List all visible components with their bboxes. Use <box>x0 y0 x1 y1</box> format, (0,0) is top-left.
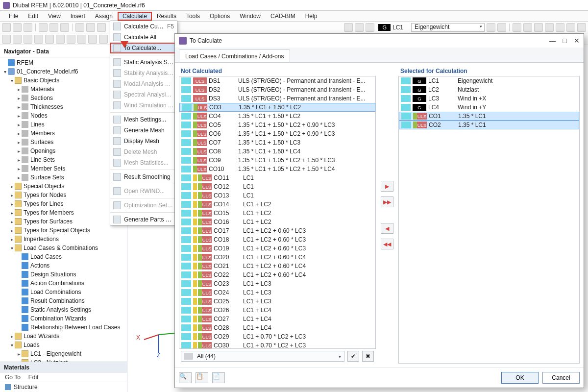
list-item[interactable]: ULSCO30LC1 + 0.70 * LC2 + LC3 <box>179 341 375 349</box>
list-item[interactable]: GLC4Wind in +Y <box>399 103 579 112</box>
tree-item[interactable]: ▸Types for Surfaces <box>2 217 125 226</box>
tree-item[interactable]: ▸Imperfections <box>2 235 125 244</box>
list-item[interactable]: ULSCO14LC1 + LC2 <box>179 200 375 209</box>
tb-save-icon[interactable] <box>24 23 32 32</box>
tree-item[interactable]: ▸Lines <box>2 120 125 129</box>
tb-draw-icon[interactable] <box>24 35 32 44</box>
select-all-icon[interactable]: ✔ <box>347 351 359 362</box>
copy-icon[interactable]: 📋 <box>196 372 208 383</box>
list-item[interactable]: ULSCO81.35 * LC1 + 1.50 * LC4 <box>179 147 375 156</box>
tb-prev-icon[interactable] <box>487 23 495 32</box>
tb-generic-icon[interactable] <box>86 23 95 32</box>
calc-menu-item[interactable]: Generate Parts List <box>110 214 177 225</box>
materials-goto[interactable]: Go To <box>5 374 21 381</box>
list-item[interactable]: ULSCO19LC1 + LC2 + 0.60 * LC3 <box>179 244 375 253</box>
tree-item[interactable]: ▸Members <box>2 129 125 138</box>
move-left-button[interactable]: ◀ <box>381 223 393 234</box>
menu-edit[interactable]: Edit <box>23 12 43 21</box>
menu-file[interactable]: File <box>4 12 23 21</box>
tb-draw-icon[interactable] <box>34 35 43 44</box>
tree-item[interactable]: Load Combinations <box>2 288 125 296</box>
not-calculated-list[interactable]: ULSDS1ULS (STR/GEO) - Permanent and tran… <box>179 76 376 349</box>
tree-item[interactable]: ▸Member Sets <box>2 164 125 173</box>
list-item[interactable]: ULSCO91.35 * LC1 + 1.05 * LC2 + 1.50 * L… <box>179 156 375 165</box>
tree-item[interactable]: Relationship Between Load Cases <box>2 323 125 332</box>
calc-menu-item[interactable]: Mesh Settings... <box>110 114 177 125</box>
tree-lcc[interactable]: ▾Load Cases & Combinations <box>2 244 125 252</box>
list-item[interactable]: ULSCO11LC1 <box>179 173 375 182</box>
tb-generic-icon[interactable] <box>75 23 84 32</box>
tree-item[interactable]: ▸Types for Lines <box>2 199 125 208</box>
list-item[interactable]: ULSCO31.35 * LC1 + 1.50 * LC2 <box>179 103 375 112</box>
tree-item[interactable]: Actions <box>2 261 125 270</box>
tb-result-icon[interactable] <box>545 23 554 32</box>
list-item[interactable]: ULSCO11.35 * LC1 <box>399 112 579 121</box>
tree-item[interactable]: ▸Thicknesses <box>2 102 125 111</box>
list-item[interactable]: ULSDS1ULS (STR/GEO) - Permanent and tran… <box>179 76 375 85</box>
ok-button[interactable]: OK <box>501 372 539 384</box>
filter-combo[interactable]: All (44) <box>181 351 344 362</box>
tree-item[interactable]: ▸Openings <box>2 147 125 155</box>
menu-results[interactable]: Results <box>152 12 181 21</box>
list-item[interactable]: ULSCO25LC1 + LC3 <box>179 297 375 306</box>
tb-draw-icon[interactable] <box>99 35 108 44</box>
tree-item[interactable]: ▸Types for Nodes <box>2 191 125 199</box>
tb-draw-icon[interactable] <box>45 35 54 44</box>
tree-item[interactable]: ▸Surfaces <box>2 138 125 147</box>
list-item[interactable]: ULSCO51.35 * LC1 + 1.50 * LC2 + 0.90 * L… <box>179 121 375 129</box>
cancel-button[interactable]: Cancel <box>542 372 580 384</box>
tree-item[interactable]: ▸Surface Sets <box>2 173 125 182</box>
paste-icon[interactable]: 📄 <box>212 372 225 383</box>
tb-draw-icon[interactable] <box>67 35 75 44</box>
tree-item[interactable]: ▸Types for Special Objects <box>2 226 125 235</box>
tree-item[interactable]: ▸Line Sets <box>2 155 125 164</box>
list-item[interactable]: GLC2Nutzlast <box>399 85 579 94</box>
move-right-button[interactable]: ▶ <box>381 181 393 192</box>
tb-open-icon[interactable] <box>13 23 22 32</box>
tb-result-icon[interactable] <box>513 23 521 32</box>
list-item[interactable]: ULSCO41.35 * LC1 + 1.50 * LC2 <box>179 112 375 121</box>
menu-tools[interactable]: Tools <box>181 12 205 21</box>
tb-print-icon[interactable] <box>39 23 48 32</box>
menu-options[interactable]: Options <box>205 12 235 21</box>
list-item[interactable]: ULSCO27LC1 + LC4 <box>179 315 375 323</box>
tb-result-icon[interactable] <box>577 23 586 32</box>
tree-item[interactable]: ▸Materials <box>2 85 125 94</box>
selected-list[interactable]: GLC1EigengewichtGLC2NutzlastGLC3Wind in … <box>398 76 580 364</box>
move-all-right-button[interactable]: ▶▶ <box>381 196 393 207</box>
list-item[interactable]: ULSCO15LC1 + LC2 <box>179 209 375 218</box>
list-item[interactable]: ULSCO24LC1 + LC3 <box>179 288 375 297</box>
tb-lc-icon[interactable] <box>344 23 353 32</box>
list-item[interactable]: ULSDS2ULS (STR/GEO) - Permanent and tran… <box>179 85 375 94</box>
tree-root[interactable]: ▾01_Concrete_Model.rf6 <box>2 67 125 76</box>
list-item[interactable]: GLC1Eigengewicht <box>399 76 579 85</box>
list-item[interactable]: ULSCO61.35 * LC1 + 1.50 * LC2 + 0.90 * L… <box>179 129 375 138</box>
tree-item[interactable]: Design Situations <box>2 270 125 279</box>
list-item[interactable]: ULSCO16LC1 + LC2 <box>179 218 375 226</box>
tb-lc-icon[interactable] <box>366 23 374 32</box>
tree-basic-objects[interactable]: ▾Basic Objects <box>2 76 125 85</box>
tb-draw-icon[interactable] <box>2 35 11 44</box>
tb-lc-icon[interactable] <box>355 23 364 32</box>
list-item[interactable]: ULSCO21LC1 + LC2 + 0.60 * LC4 <box>179 262 375 270</box>
tb-draw-icon[interactable] <box>56 35 65 44</box>
maximize-icon[interactable]: □ <box>563 37 567 45</box>
dialog-tab[interactable]: Load Cases / Combinations / Add-ons <box>179 49 290 62</box>
move-all-left-button[interactable]: ◀◀ <box>381 239 393 249</box>
menu-calculate[interactable]: Calculate <box>118 12 152 21</box>
menu-window[interactable]: Window <box>235 12 266 21</box>
menu-help[interactable]: Help <box>300 12 322 21</box>
menu-insert[interactable]: Insert <box>66 12 90 21</box>
tree-item[interactable]: ▸LC1 - Eigengewicht <box>2 349 125 358</box>
list-item[interactable]: ULSCO21.35 * LC1 <box>399 121 579 129</box>
calc-menu-item[interactable]: Result Smoothing <box>110 172 177 182</box>
tb-next-icon[interactable] <box>497 23 506 32</box>
tb-result-icon[interactable] <box>566 23 575 32</box>
tree-item[interactable]: Static Analysis Settings <box>2 305 125 314</box>
list-item[interactable]: ULSCO18LC1 + LC2 + 0.60 * LC3 <box>179 235 375 244</box>
calc-menu-item[interactable]: Calculate Current LoadingF5 <box>110 21 177 32</box>
tree-item[interactable]: ▸Types for Members <box>2 208 125 217</box>
tb-new-icon[interactable] <box>2 23 11 32</box>
list-item[interactable]: ULSCO20LC1 + LC2 + 0.60 * LC4 <box>179 253 375 262</box>
list-item[interactable]: ULSCO29LC1 + 0.70 * LC2 + LC3 <box>179 332 375 341</box>
